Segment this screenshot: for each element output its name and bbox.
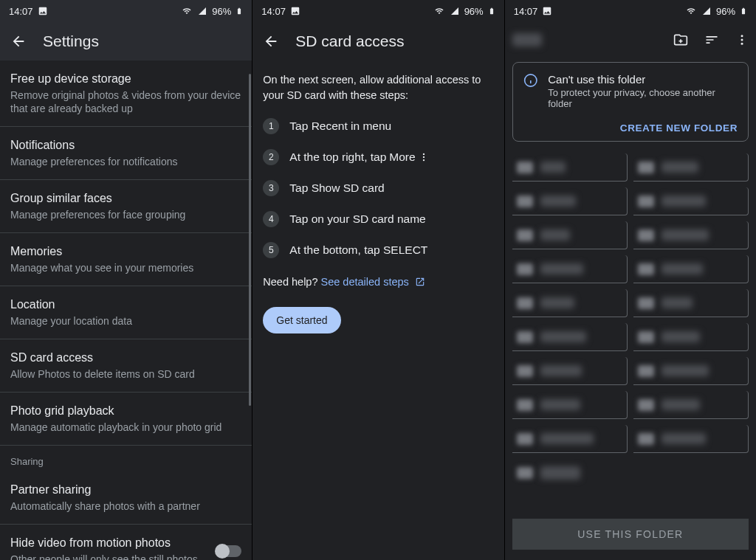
wifi-icon	[433, 7, 445, 15]
svg-point-0	[422, 153, 424, 155]
help-link[interactable]: See detailed steps	[321, 276, 409, 288]
svg-point-7	[740, 43, 743, 45]
signal-icon	[197, 7, 207, 15]
toggle-switch[interactable]	[216, 545, 241, 557]
folder-item[interactable]	[633, 187, 749, 215]
step-badge: 4	[263, 211, 279, 227]
card-title: Can't use this folder	[548, 73, 738, 86]
step-4: 4 Tap on your SD card name	[263, 204, 493, 235]
folder-item[interactable]	[633, 221, 749, 249]
image-icon	[38, 6, 48, 16]
folder-item[interactable]	[512, 391, 628, 419]
sort-icon[interactable]	[704, 32, 719, 47]
svg-point-6	[740, 39, 743, 41]
redacted-location	[512, 33, 542, 46]
settings-item-notifications[interactable]: Notifications Manage preferences for not…	[0, 127, 252, 180]
folder-item[interactable]	[633, 323, 749, 351]
step-5: 5 At the bottom, tap SELECT	[263, 235, 493, 266]
folder-item[interactable]	[633, 425, 749, 453]
image-icon	[542, 6, 552, 16]
svg-point-5	[740, 35, 743, 37]
folder-item[interactable]	[633, 357, 749, 385]
folder-item[interactable]	[512, 459, 626, 487]
section-sharing: Sharing	[0, 446, 252, 471]
status-bar: 14:07 96%	[505, 0, 756, 22]
folder-item[interactable]	[512, 255, 628, 283]
folder-item[interactable]	[512, 357, 628, 385]
app-bar: Settings	[0, 22, 252, 61]
open-in-new-icon	[415, 277, 425, 287]
battery-icon	[740, 5, 747, 17]
folder-item[interactable]	[512, 187, 628, 215]
folder-item[interactable]	[512, 153, 628, 182]
more-vert-icon	[419, 152, 429, 162]
settings-item-memories[interactable]: Memories Manage what you see in your mem…	[0, 233, 252, 286]
settings-item-hide-video[interactable]: Hide video from motion photos Other peop…	[0, 525, 252, 560]
step-3: 3 Tap Show SD card	[263, 173, 493, 204]
folder-item[interactable]	[512, 323, 628, 351]
settings-item-free-up[interactable]: Free up device storage Remove original p…	[0, 61, 252, 127]
status-bar: 14:07 96%	[252, 0, 504, 22]
signal-icon	[450, 7, 460, 15]
step-badge: 3	[263, 180, 279, 196]
page-title: Settings	[43, 32, 99, 50]
status-time: 14:07	[261, 6, 286, 17]
settings-item-faces[interactable]: Group similar faces Manage preferences f…	[0, 180, 252, 233]
back-icon[interactable]	[10, 33, 27, 49]
step-1: 1 Tap Recent in menu	[263, 111, 493, 142]
svg-point-2	[422, 159, 424, 161]
wifi-icon	[181, 7, 193, 15]
status-bar: 14:07 96%	[0, 0, 252, 22]
folder-item[interactable]	[633, 153, 749, 182]
settings-item-grid-playback[interactable]: Photo grid playback Manage automatic pla…	[0, 393, 252, 446]
toolbar	[505, 22, 756, 58]
info-icon	[523, 73, 538, 88]
folder-item[interactable]	[633, 255, 749, 283]
back-icon[interactable]	[263, 33, 279, 49]
folder-item[interactable]	[512, 289, 628, 317]
scrollbar[interactable]	[249, 74, 251, 406]
battery-pct: 96%	[212, 6, 231, 17]
more-vert-icon[interactable]	[735, 33, 749, 46]
status-time: 14:07	[514, 6, 538, 17]
folder-item[interactable]	[512, 221, 628, 249]
folder-item[interactable]	[633, 289, 749, 317]
get-started-button[interactable]: Get started	[263, 307, 340, 333]
settings-item-sd-card[interactable]: SD card access Allow Photos to delete it…	[0, 339, 252, 393]
info-card: Can't use this folder To protect your pr…	[512, 62, 749, 142]
battery-pct: 96%	[464, 6, 484, 17]
image-icon	[290, 6, 300, 16]
battery-icon	[236, 5, 243, 17]
create-new-folder-button[interactable]: CREATE NEW FOLDER	[523, 122, 738, 134]
battery-pct: 96%	[716, 6, 735, 17]
step-badge: 1	[263, 118, 279, 134]
intro-text: On the next screen, allow additional acc…	[252, 61, 504, 103]
app-bar: SD card access	[252, 22, 504, 61]
wifi-icon	[685, 7, 697, 15]
svg-point-1	[422, 156, 424, 158]
new-folder-icon[interactable]	[673, 32, 688, 47]
step-2: 2 At the top right, tap More	[263, 142, 493, 173]
signal-icon	[701, 7, 712, 15]
battery-icon	[488, 5, 495, 17]
use-this-folder-button[interactable]: USE THIS FOLDER	[512, 519, 749, 550]
settings-item-partner[interactable]: Partner sharing Automatically share phot…	[0, 471, 252, 525]
settings-item-location[interactable]: Location Manage your location data	[0, 286, 252, 339]
step-badge: 2	[263, 149, 279, 165]
card-subtitle: To protect your privacy, choose another …	[548, 87, 738, 109]
folder-item[interactable]	[633, 391, 749, 419]
page-title: SD card access	[295, 32, 404, 50]
step-badge: 5	[263, 242, 279, 258]
status-time: 14:07	[9, 6, 33, 17]
folder-item[interactable]	[512, 425, 628, 453]
folder-grid	[505, 149, 756, 453]
help-row: Need help? See detailed steps	[252, 266, 504, 288]
